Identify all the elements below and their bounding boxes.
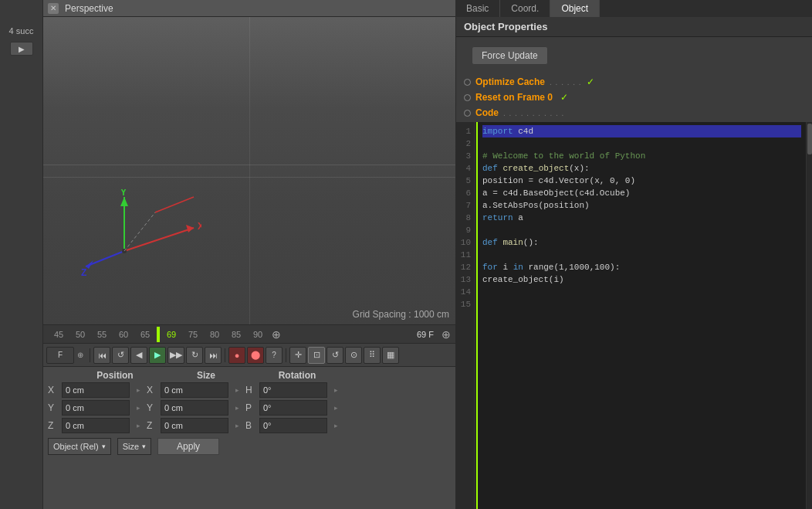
rotation-header: Rotation <box>255 370 340 381</box>
pos-x-arrow[interactable]: ▸ <box>134 386 142 394</box>
optimize-cache-radio[interactable] <box>464 79 471 86</box>
reset-frame-check: ✓ <box>560 92 568 103</box>
coords-row-y: Y 0 cm ▸ Y 0 cm ▸ P 0° ▸ <box>48 400 451 416</box>
code-line-15 <box>482 298 801 310</box>
tl-num-80: 80 <box>204 330 225 339</box>
tl-num-60: 60 <box>113 330 134 339</box>
optimize-cache-label: Optimize Cache <box>475 76 545 87</box>
code-editor[interactable]: 1 2 3 4 5 6 7 8 9 10 11 12 13 14 15 impo… <box>456 122 812 509</box>
code-line-2 <box>482 137 801 150</box>
scale-tool-btn[interactable]: ⊡ <box>308 347 325 364</box>
object-rel-dropdown[interactable]: Object (Rel) ▾ <box>48 438 111 455</box>
frame-input[interactable]: F <box>46 347 74 364</box>
code-label: Code <box>475 107 499 118</box>
goto-start-btn[interactable]: ⏮ <box>93 347 110 364</box>
b-label: B <box>245 420 255 431</box>
coords-header-spacer <box>60 370 73 381</box>
size-dropdown[interactable]: Size ▾ <box>117 438 151 455</box>
code-line-9 <box>482 224 801 236</box>
rot-h-arrow[interactable]: ▸ <box>332 386 340 394</box>
force-update-btn[interactable]: Force Update <box>472 46 548 65</box>
tl-num-85: 85 <box>225 330 247 339</box>
timeline-scroll-btn[interactable]: ⊕ <box>442 328 451 341</box>
tl-num-75: 75 <box>182 330 204 339</box>
viewport-canvas[interactable]: X Y Z Grid Spacing : 1000 cm <box>43 17 455 324</box>
grid-btn[interactable]: ▦ <box>382 347 399 364</box>
code-text-body[interactable]: import c4d # Welcome to the world of Pyt… <box>478 122 806 509</box>
grid-spacing-label: Grid Spacing : 1000 cm <box>353 309 449 320</box>
size-z-arrow[interactable]: ▸ <box>233 422 241 429</box>
next-key-btn[interactable]: ↻ <box>186 347 203 364</box>
stop-btn[interactable]: ⬤ <box>247 347 264 364</box>
pos-y-field[interactable]: 0 cm <box>62 400 130 416</box>
code-line-14 <box>482 286 801 298</box>
pos-z-field[interactable]: 0 cm <box>62 418 130 433</box>
reset-frame-row: Reset on Frame 0 ✓ <box>456 90 812 105</box>
transport-sep1 <box>90 348 90 362</box>
code-line-8: return a <box>482 212 801 224</box>
rot-b-field[interactable]: 0° <box>259 418 327 433</box>
right-panel: Object Properties Force Update Optimize … <box>455 17 812 509</box>
code-dots: . . . . . . . . . . . <box>503 109 564 117</box>
goto-end-btn[interactable]: ⏭ <box>205 347 222 364</box>
succ-label: 4 succ <box>9 26 34 36</box>
size-y-arrow[interactable]: ▸ <box>233 404 241 412</box>
record-btn[interactable]: ● <box>228 347 245 364</box>
viewport-close-btn[interactable]: ✕ <box>48 3 59 14</box>
code-line-4: def create_object(x): <box>482 162 801 175</box>
x-size-label: X <box>147 385 156 395</box>
scrollbar-thumb[interactable] <box>807 124 812 154</box>
tab-basic[interactable]: Basic <box>455 0 500 17</box>
sidebar-arrow-btn[interactable]: ▶ <box>10 42 33 56</box>
dots-btn[interactable]: ⠿ <box>364 347 381 364</box>
code-radio[interactable] <box>464 110 471 117</box>
pos-x-field[interactable]: 0 cm <box>62 382 130 398</box>
size-x-arrow[interactable]: ▸ <box>233 386 241 394</box>
tab-coord[interactable]: Coord. <box>500 0 550 17</box>
center-column: ✕ Perspective <box>43 0 455 509</box>
coords-bottom-bar: Object (Rel) ▾ Size ▾ Apply <box>48 438 451 455</box>
rot-h-field[interactable]: 0° <box>259 382 327 398</box>
main-layout: 4 succ ▶ ✕ Perspective <box>0 0 812 509</box>
apply-button[interactable]: Apply <box>157 438 219 455</box>
pos-z-arrow[interactable]: ▸ <box>134 422 142 429</box>
transport-sep2 <box>225 348 225 362</box>
force-update-container: Force Update <box>456 37 812 74</box>
code-line-5: position = c4d.Vector(x, 0, 0) <box>482 175 801 187</box>
y-axis-label: Y <box>48 402 57 413</box>
optimize-cache-dots: . . . . . . <box>550 78 582 87</box>
prev-key-btn[interactable]: ↺ <box>112 347 129 364</box>
svg-text:Y: Y <box>120 189 127 198</box>
current-frame-label: 69 F <box>417 330 438 339</box>
svg-line-11 <box>155 197 194 212</box>
prev-frame-btn[interactable]: ◀ <box>130 347 147 364</box>
next-frame-btn[interactable]: ▶▶ <box>167 347 184 364</box>
move-tool-btn[interactable]: ✛ <box>289 347 306 364</box>
y-size-label: Y <box>147 402 156 413</box>
z-axis-label: Z <box>48 420 57 431</box>
timeline-current-marker <box>157 327 160 342</box>
play-btn[interactable]: ▶ <box>149 347 166 364</box>
size-z-field[interactable]: 0 cm <box>161 418 228 433</box>
code-line-1: import c4d <box>482 125 801 137</box>
pos-y-arrow[interactable]: ▸ <box>134 404 142 412</box>
size-y-field[interactable]: 0 cm <box>161 400 228 416</box>
rot-p-field[interactable]: 0° <box>259 400 327 416</box>
x-axis-label: X <box>48 385 57 395</box>
rot-p-arrow[interactable]: ▸ <box>332 404 340 412</box>
code-scrollbar[interactable] <box>806 122 812 509</box>
size-x-field[interactable]: 0 cm <box>161 382 228 398</box>
optimize-cache-row: Optimize Cache . . . . . . ✓ <box>456 74 812 90</box>
code-line-13: create_object(i) <box>482 273 801 286</box>
help-btn[interactable]: ? <box>266 347 283 364</box>
reset-frame-radio[interactable] <box>464 94 471 101</box>
tab-object[interactable]: Object <box>550 0 600 17</box>
rot-b-arrow[interactable]: ▸ <box>332 422 340 429</box>
left-sidebar: 4 succ ▶ <box>0 0 43 509</box>
timeline-expand-btn[interactable]: ⊕ <box>272 328 281 341</box>
coords-row-z: Z 0 cm ▸ Z 0 cm ▸ B 0° ▸ <box>48 418 451 433</box>
rotate-tool-btn[interactable]: ↺ <box>326 347 343 364</box>
toggle-btn[interactable]: ⊙ <box>345 347 362 364</box>
svg-text:X: X <box>198 221 201 232</box>
code-line-11 <box>482 249 801 261</box>
